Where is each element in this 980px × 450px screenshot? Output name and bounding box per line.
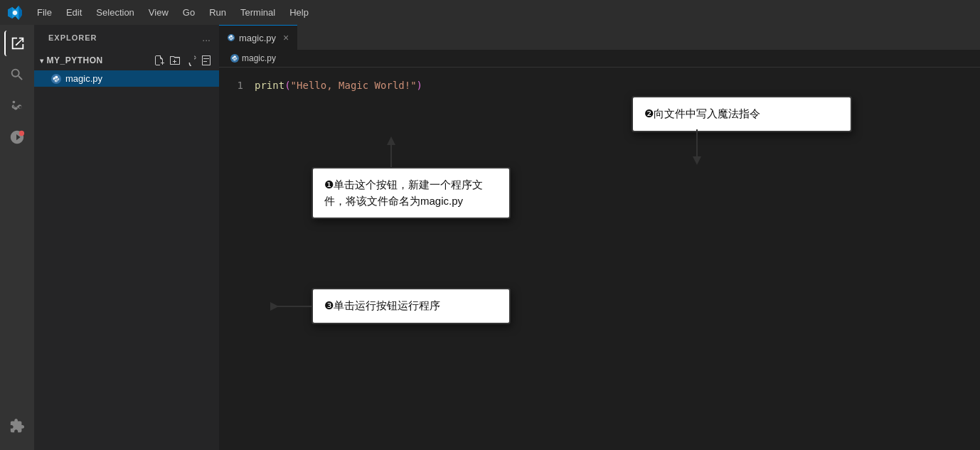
menu-help[interactable]: Help (284, 4, 314, 21)
collapse-all-button[interactable] (199, 53, 213, 68)
editor-breadcrumb: magic.py (219, 50, 980, 68)
folder-name: MY_PYTHON (47, 55, 103, 65)
callout2-arrow (690, 129, 704, 166)
tab-bar: magic.py × (219, 25, 980, 50)
vscode-logo-icon (7, 5, 23, 21)
code-paren-open: ( (284, 80, 290, 91)
breadcrumb-python-icon (230, 54, 239, 63)
code-paren-close: ) (417, 80, 422, 91)
explorer-header: EXPLORER ... (34, 25, 219, 48)
tab-python-icon (228, 34, 235, 41)
search-icon (9, 67, 25, 82)
callout-write-code: ❷向文件中写入魔法指令 (632, 96, 852, 132)
tab-close-button[interactable]: × (283, 32, 289, 43)
callout-write-code-text: ❷向文件中写入魔法指令 (644, 107, 760, 119)
menu-terminal[interactable]: Terminal (235, 4, 281, 21)
menu-view[interactable]: View (143, 4, 174, 21)
sidebar-item-source-control[interactable] (4, 93, 30, 119)
menu-selection[interactable]: Selection (90, 4, 139, 21)
python-tab-icon (228, 35, 234, 41)
python-breadcrumb-icon (232, 55, 238, 61)
sidebar-item-search[interactable] (4, 62, 30, 87)
breadcrumb-filename: magic.py (242, 53, 276, 63)
menu-file[interactable]: File (31, 4, 58, 21)
callout-new-file: ❶单击这个按钮，新建一个程序文件，将该文件命名为magic.py (311, 167, 511, 219)
callout3-arrow (270, 299, 314, 314)
python-file-icon (51, 74, 61, 84)
activity-bar (0, 25, 34, 450)
folder-header[interactable]: ▾ MY_PYTHON (34, 50, 219, 70)
chevron-down-icon: ▾ (40, 57, 44, 65)
sidebar: EXPLORER ... ▾ MY_PYTHON (34, 25, 219, 450)
run-debug-icon (9, 129, 25, 145)
menu-run[interactable]: Run (203, 4, 232, 21)
explorer-title: EXPLORER (48, 33, 97, 42)
editor-content: 1 print("Hello, Magic World!") ❶单击这个按钮，新… (219, 68, 980, 450)
editor-tab-magic-py[interactable]: magic.py × (219, 25, 297, 50)
folder-section: ▾ MY_PYTHON (34, 48, 219, 90)
sidebar-item-run-debug[interactable] (4, 124, 30, 150)
callout-run-text: ❸单击运行按钮运行程序 (324, 299, 440, 311)
explorer-icon (10, 36, 26, 51)
editor-area: magic.py × magic.py 1 print("Hello, Magi… (219, 25, 980, 450)
python-icon (53, 75, 60, 82)
folder-actions (152, 53, 213, 68)
callout-run: ❸单击运行按钮运行程序 (311, 288, 511, 324)
source-control-icon (9, 98, 25, 114)
menu-go[interactable]: Go (177, 4, 201, 21)
main-layout: EXPLORER ... ▾ MY_PYTHON (0, 25, 980, 450)
extensions-icon (9, 418, 25, 434)
callout-new-file-text: ❶单击这个按钮，新建一个程序文件，将该文件命名为magic.py (324, 178, 483, 207)
sidebar-item-explorer[interactable] (4, 31, 30, 56)
new-file-button[interactable] (152, 53, 166, 68)
line-number-1: 1 (219, 80, 255, 91)
tab-filename: magic.py (239, 33, 276, 43)
explorer-more-actions[interactable]: ... (202, 32, 211, 43)
file-name-label: magic.py (65, 73, 102, 84)
menu-bar: File Edit Selection View Go Run Terminal… (0, 0, 980, 25)
refresh-button[interactable] (183, 53, 198, 68)
file-item-magic-py[interactable]: magic.py (34, 70, 219, 87)
new-folder-button[interactable] (168, 53, 182, 68)
callout1-arrow (384, 136, 398, 169)
code-keyword-print: print (255, 80, 284, 91)
code-line-1: 1 print("Hello, Magic World!") (219, 79, 980, 92)
sidebar-item-extensions[interactable] (4, 413, 30, 439)
menu-edit[interactable]: Edit (60, 4, 87, 21)
code-text-1: print("Hello, Magic World!") (255, 80, 422, 91)
code-string: "Hello, Magic World!" (291, 80, 417, 91)
